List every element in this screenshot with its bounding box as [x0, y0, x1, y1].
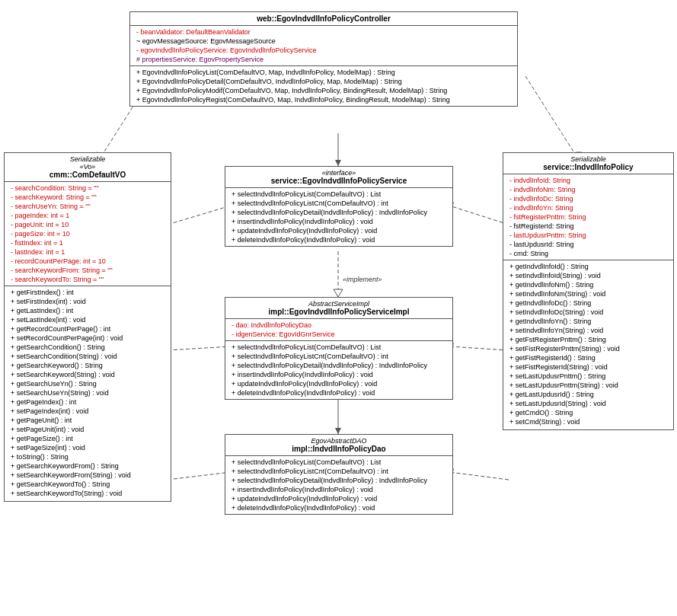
ip-f9: - cmd: String — [507, 249, 669, 258]
si-m1: + selectIndvdlInfoPolicyList(ComDefaultV… — [229, 343, 449, 352]
ip-m7: + getIndvdlInfoYn() : String — [507, 317, 669, 326]
si-m5: + updateIndvdlInfoPolicy(IndvdlInfoPolic… — [229, 379, 449, 388]
cvo-m19: + toString() : String — [8, 452, 167, 461]
ip-f7: - lastUpdusrPnttm: String — [507, 231, 669, 240]
indvdlinfopolicy-methods: + getIndvdlInfoId() : String + setIndvdl… — [503, 260, 673, 429]
cvo-m20: + getSearchKeywordFrom() : String — [8, 461, 167, 471]
cvo-f7: - fistIndex: int = 1 — [8, 238, 167, 247]
ip-m14: + setLastUpdusrPnttm(String) : void — [507, 381, 669, 390]
svg-line-16 — [449, 346, 509, 350]
ip-m3: + getIndvdlInfoNm() : String — [507, 280, 669, 289]
ip-m10: + setFistRegisterPnttm(String) : void — [507, 344, 669, 353]
ip-f4: - indvdlInfoYn: String — [507, 203, 669, 212]
si-m6: + deleteIndvdlInfoPolicy(IndvdlInfoPolic… — [229, 388, 449, 397]
method-1: + EgovIndvdlInfoPolicyList(ComDefaultVO,… — [134, 68, 513, 77]
cvo-m4: + setLastIndex(int) : void — [8, 315, 167, 324]
field-1: - beanValidator: DefaultBeanValidator — [134, 27, 513, 37]
ip-f1: - indvdlInfoId: String — [507, 176, 669, 185]
ip-m12: + setFistRegisterId(String) : void — [507, 362, 669, 372]
svg-line-14 — [168, 346, 231, 350]
svg-text:«implement»: «implement» — [343, 276, 382, 283]
ip-f2: - indvdlInfoNm: String — [507, 185, 669, 194]
svc-m6: + deleteIndvdlInfoPolicy(IndvdlInfoPolic… — [229, 235, 449, 244]
serializable-label-1: Serializable — [8, 155, 167, 163]
svg-marker-1 — [335, 160, 341, 166]
comdefaultvo-name: cmm::ComDefaultVO — [8, 171, 167, 179]
dao-m6: + deleteIndvdlInfoPolicy(IndvdlInfoPolic… — [229, 503, 449, 512]
cvo-m1: + getFirstIndex() : int — [8, 288, 167, 297]
dao-m5: + updateIndvdlInfoPolicy(IndvdlInfoPolic… — [229, 494, 449, 503]
ip-f3: - indvdlInfoDc: String — [507, 194, 669, 203]
cvo-f6: - pageSize: int = 10 — [8, 229, 167, 238]
ip-m1: + getIndvdlInfoId() : String — [507, 262, 669, 271]
svc-m5: + updateIndvdlInfoPolicy(IndvdlInfoPolic… — [229, 226, 449, 235]
service-methods: + selectIndvdlInfoPolicyList(ComDefaultV… — [225, 188, 452, 246]
field-4: # propertiesService: EgovPropertyService — [134, 55, 513, 64]
field-3: - egovIndvdlInfoPolicyService: EgovIndvd… — [134, 46, 513, 55]
svg-marker-9 — [335, 428, 341, 434]
cvo-m2: + setFirstIndex(int) : void — [8, 297, 167, 306]
cvo-f2: - searchKeyword: String = "" — [8, 193, 167, 202]
cvo-m18: + setPageSize(int) : void — [8, 443, 167, 452]
ip-m2: + setIndvdlInfoId(String) : void — [507, 271, 669, 280]
comdefaultvo-title: Serializable «Vo» cmm::ComDefaultVO — [5, 153, 171, 182]
cvo-m21: + setSearchKeywordFrom(String) : void — [8, 471, 167, 480]
serviceimpl-methods: + selectIndvdlInfoPolicyList(ComDefaultV… — [225, 341, 452, 399]
cvo-m8: + setSearchCondition(String) : void — [8, 352, 167, 361]
cvo-m16: + setPageUnit(int) : void — [8, 425, 167, 434]
diagram-container: «implement» web::EgovIndvdlInfoPolicyCon… — [0, 0, 677, 616]
indvdlinfopolicy-box: Serializable service::IndvdlInfoPolicy -… — [503, 152, 674, 430]
service-title: «interface» service::EgovIndvdlInfoPolic… — [225, 167, 452, 188]
svg-line-18 — [168, 472, 231, 480]
comdefaultvo-methods: + getFirstIndex() : int + setFirstIndex(… — [5, 286, 171, 501]
ip-m16: + setLastUpdusrId(String) : void — [507, 399, 669, 408]
field-2: ~ egovMessageSource: EgovMessageSource — [134, 37, 513, 46]
service-name: service::EgovIndvdlInfoPolicyService — [229, 177, 449, 185]
cvo-f8: - lastIndex: int = 1 — [8, 247, 167, 257]
indvdlinfopolicy-name: service::IndvdlInfoPolicy — [507, 163, 669, 171]
serviceimpl-title: AbstractServiceImpl impl::EgovIndvdlInfo… — [225, 298, 452, 319]
controller-name: web::EgovIndvdlInfoPolicyController — [257, 14, 391, 23]
serializable-label-2: Serializable — [507, 155, 669, 163]
comdefaultvo-box: Serializable «Vo» cmm::ComDefaultVO - se… — [4, 152, 171, 502]
ip-m8: + setIndvdlInfoYn(String) : void — [507, 326, 669, 335]
dao-title: EgovAbstractDAO impl::IndvdlInfoPolicyDa… — [225, 435, 452, 456]
svg-line-12 — [449, 206, 509, 225]
si-m3: + selectIndvdlInfoPolicyDetail(IndvdlInf… — [229, 361, 449, 370]
cvo-f9: - recordCountPerPage: int = 10 — [8, 257, 167, 266]
svg-line-10 — [168, 206, 231, 225]
ip-m6: + setIndvdlInfoDc(String) : void — [507, 308, 669, 317]
svg-marker-7 — [334, 289, 343, 297]
cvo-m12: + setSearchUseYn(String) : void — [8, 388, 167, 397]
svc-m2: + selectIndvdlInfoPolicyListCnt(ComDefau… — [229, 199, 449, 208]
svg-line-20 — [449, 472, 509, 480]
ip-m9: + getFstRegisterPnttm() : String — [507, 335, 669, 344]
abstractserviceimpl-label: AbstractServiceImpl — [229, 300, 449, 308]
cvo-f3: - searchUseYn: String = "" — [8, 202, 167, 211]
si-f1: - dao: IndvdlInfoPolicyDao — [229, 321, 449, 330]
serviceimpl-name: impl::EgovIndvdlInfoPolicyServiceImpl — [229, 308, 449, 316]
ip-f8: - lastUpdusrId: String — [507, 240, 669, 249]
cvo-f1: - searchCondition: String = "" — [8, 184, 167, 193]
cvo-m14: + setPageIndex(int) : void — [8, 407, 167, 416]
dao-m1: + selectIndvdlInfoPolicyList(ComDefaultV… — [229, 458, 449, 467]
cvo-f11: - searchKeywordTo: String = "" — [8, 275, 167, 284]
dao-m2: + selectIndvdlInfoPolicyListCnt(ComDefau… — [229, 467, 449, 476]
ip-m19 — [507, 426, 669, 428]
ip-m5: + getIndvdlInfoDc() : String — [507, 298, 669, 308]
controller-title: web::EgovIndvdlInfoPolicyController — [130, 12, 517, 26]
dao-name: impl::IndvdlInfoPolicyDao — [229, 445, 449, 453]
dao-methods: + selectIndvdlInfoPolicyList(ComDefaultV… — [225, 456, 452, 514]
serviceimpl-fields: - dao: IndvdlInfoPolicyDao - idgenServic… — [225, 319, 452, 341]
ip-m17: + getCmdO() : String — [507, 408, 669, 417]
comdefaultvo-fields: - searchCondition: String = "" - searchK… — [5, 182, 171, 286]
serviceimpl-box: AbstractServiceImpl impl::EgovIndvdlInfo… — [225, 297, 453, 400]
vo-stereotype: «Vo» — [8, 163, 167, 171]
ip-m18: + setCmd(String) : void — [507, 417, 669, 426]
ip-m4: + setIndvdlInfoNm(String) : void — [507, 289, 669, 298]
cvo-m22: + getSearchKeywordTo() : String — [8, 480, 167, 489]
si-m4: + insertIndvdlInfoPolicy(IndvdlInfoPolic… — [229, 370, 449, 379]
indvdlinfopolicy-title: Serializable service::IndvdlInfoPolicy — [503, 153, 673, 174]
cvo-m13: + getPageIndex() : int — [8, 397, 167, 407]
cvo-m17: + getPageSize() : int — [8, 434, 167, 443]
